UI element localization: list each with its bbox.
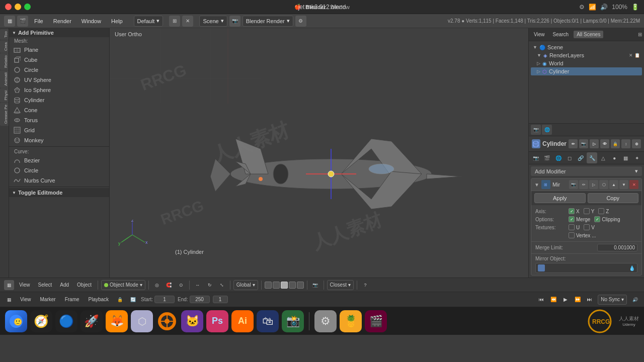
maximize-button[interactable]: [24, 4, 31, 10]
closest-dropdown[interactable]: Closest ▾: [327, 280, 354, 290]
bt-manipulator-icon[interactable]: ↔: [193, 280, 203, 290]
axis-z-item[interactable]: Z: [598, 208, 609, 214]
tl-current-frame[interactable]: 1: [213, 296, 228, 303]
mirror-object-field[interactable]: 💧: [535, 263, 637, 273]
menu-help[interactable]: Help: [107, 17, 127, 25]
tl-view[interactable]: View: [17, 296, 34, 303]
mod-type-icon[interactable]: ⊞: [541, 180, 550, 189]
toggle-editmode[interactable]: ▼ Toggle Editmode: [9, 188, 109, 197]
render-icon[interactable]: 🎬: [17, 16, 28, 27]
apply-button[interactable]: Apply: [534, 193, 586, 203]
mod-edit-icon[interactable]: ✏: [579, 180, 588, 189]
bt-camera-view-icon[interactable]: 📷: [310, 280, 320, 290]
search-tab[interactable]: Search: [550, 31, 572, 38]
mode-dropdown[interactable]: Object Mode ▾: [101, 280, 145, 290]
curve-nurbs[interactable]: Nurbs Curve: [9, 175, 109, 186]
dock-unity[interactable]: ⬡: [131, 310, 153, 332]
menu-render[interactable]: Render: [49, 17, 75, 25]
rl-actions[interactable]: ✕ 📋: [629, 53, 640, 58]
minimize-button[interactable]: [15, 4, 21, 10]
expand-right-icon[interactable]: ⊞: [638, 32, 642, 37]
copy-button[interactable]: Copy: [588, 193, 639, 203]
tl-skip-end-btn[interactable]: ⏭: [585, 295, 595, 305]
view-tab[interactable]: View: [531, 31, 548, 38]
cyl-vis-icon[interactable]: 👁: [600, 139, 609, 148]
tab-relations[interactable]: Relatio: [0, 53, 9, 70]
tl-next-btn[interactable]: ⏩: [573, 295, 583, 305]
vertex-item[interactable]: Vertex ...: [569, 232, 596, 238]
mesh-cone[interactable]: Cone: [9, 105, 109, 115]
prop-constraint-icon[interactable]: 🔗: [576, 152, 586, 163]
layer-4[interactable]: [289, 282, 296, 289]
dock-rocket[interactable]: 🚀: [80, 310, 103, 332]
bt-scale-icon[interactable]: ⤡: [217, 280, 227, 290]
dock-sysperf[interactable]: ⚙: [314, 310, 337, 332]
world-item[interactable]: ▷ ◉ World: [531, 59, 642, 67]
bt-rotate-icon[interactable]: ↻: [205, 280, 215, 290]
tl-marker[interactable]: Marker: [37, 296, 59, 303]
merge-limit-value[interactable]: 0.001000: [597, 244, 637, 251]
bt-snap-icon[interactable]: 🧲: [164, 280, 174, 290]
bt-object-menu[interactable]: Object: [74, 281, 95, 289]
mesh-cube[interactable]: Cube: [9, 55, 109, 65]
mesh-cylinder[interactable]: Cylinder: [9, 95, 109, 105]
add-primitive-section[interactable]: ▼ Add Primitive: [9, 28, 109, 37]
dock-photoshop[interactable]: Ps: [206, 310, 228, 332]
tex-v-checkbox[interactable]: [584, 224, 590, 230]
mod-camera-icon[interactable]: 📷: [569, 180, 578, 189]
cyl-camera-icon[interactable]: 📷: [579, 139, 588, 148]
tab-physics[interactable]: Physi: [0, 88, 9, 103]
layer-1[interactable]: [265, 282, 272, 289]
dock-safari[interactable]: 🧭: [30, 310, 52, 332]
mesh-torus[interactable]: Torus: [9, 115, 109, 125]
cyl-edit-icon[interactable]: ✏: [569, 139, 578, 148]
dock-blender[interactable]: [156, 310, 178, 332]
tl-frame[interactable]: Frame: [62, 296, 83, 303]
prop-world-icon[interactable]: 🌐: [553, 152, 564, 163]
bt-proportional-icon[interactable]: ⊙: [176, 280, 186, 290]
cylinder-tree-item[interactable]: ▷ ⬡ Cylinder: [531, 67, 642, 75]
all-scenes-tab[interactable]: All Scenes: [574, 31, 603, 38]
viewport[interactable]: User Ortho RRCG 人人素材 RRCG 人人素材: [110, 28, 528, 278]
clipping-checkbox[interactable]: ✓: [594, 216, 600, 222]
scene-dropdown[interactable]: Scene▾: [199, 16, 227, 27]
global-dropdown[interactable]: Global ▾: [233, 280, 258, 290]
mod-down-icon[interactable]: ▼: [619, 180, 628, 189]
eyedropper-icon[interactable]: 💧: [629, 265, 635, 271]
render-settings-icon[interactable]: ⚙: [295, 16, 306, 27]
layer-2[interactable]: [273, 282, 280, 289]
dock-illustrator[interactable]: Ai: [231, 310, 254, 332]
renderlayers-item[interactable]: ▼ ◈ RenderLayers ✕ 📋: [531, 51, 642, 59]
prop-render-icon[interactable]: 📷: [531, 152, 541, 163]
scene-item[interactable]: ▼ 🔵 Scene: [531, 43, 642, 51]
dock-venom[interactable]: 🐱: [181, 310, 203, 332]
layout-icon[interactable]: ▦: [4, 16, 15, 27]
tl-audio-icon[interactable]: 🔊: [630, 295, 640, 305]
mod-render-icon[interactable]: ▷: [589, 180, 598, 189]
layout-dropdown[interactable]: Default▾: [134, 16, 164, 27]
tex-v-item[interactable]: V: [584, 224, 595, 230]
dock-finder[interactable]: 🙂: [5, 310, 27, 332]
close-button[interactable]: [5, 4, 12, 10]
tl-skip-start-btn[interactable]: ⏮: [536, 295, 546, 305]
layer-3-active[interactable]: [281, 282, 288, 289]
tl-start-field[interactable]: 1: [154, 296, 175, 303]
tl-play-btn[interactable]: ▶: [560, 295, 571, 305]
tl-layout-icon[interactable]: ▦: [4, 295, 14, 305]
mod-delete-icon[interactable]: ✕: [629, 180, 638, 189]
menu-window[interactable]: Window: [77, 17, 105, 25]
mesh-plane[interactable]: Plane: [9, 45, 109, 55]
bt-add-menu[interactable]: Add: [57, 281, 72, 289]
rmb-world-icon[interactable]: 🌐: [542, 125, 552, 135]
tl-sync-icon[interactable]: 🔄: [128, 295, 138, 305]
tab-tools[interactable]: Too: [0, 29, 9, 40]
tl-playback[interactable]: Playback: [86, 296, 112, 303]
mesh-circle[interactable]: Circle: [9, 65, 109, 75]
curve-circle[interactable]: Circle: [9, 165, 109, 175]
prop-particle-icon[interactable]: ✦: [632, 152, 642, 163]
vertex-checkbox[interactable]: [569, 232, 575, 238]
bt-select-menu[interactable]: Select: [35, 281, 55, 289]
bt-pivot-icon[interactable]: ◎: [152, 280, 162, 290]
bt-view-menu[interactable]: View: [16, 281, 33, 289]
prop-material-icon[interactable]: ●: [609, 152, 619, 163]
